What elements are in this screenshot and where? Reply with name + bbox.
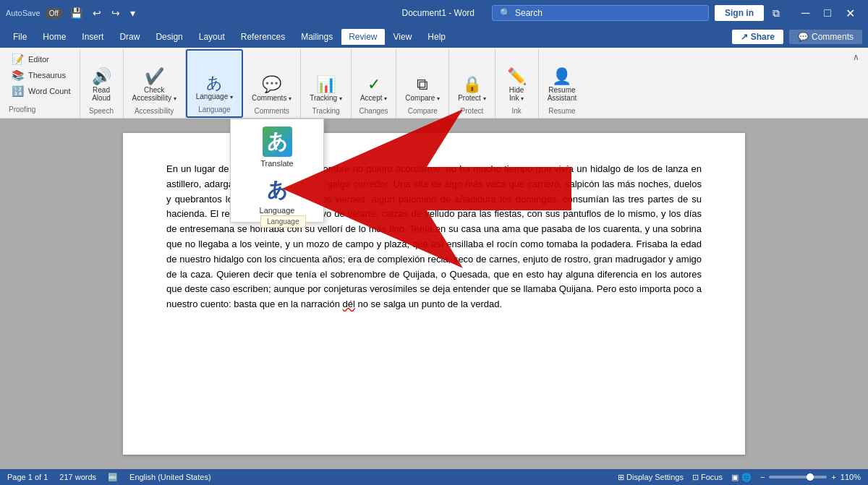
menu-help[interactable]: Help <box>420 29 453 45</box>
window-controls: ─ □ ✕ <box>794 5 862 22</box>
language-item-label: Language <box>260 206 295 215</box>
menu-mailings[interactable]: Mailings <box>294 29 340 45</box>
redo-icon[interactable]: ↪ <box>109 6 123 20</box>
read-aloud-button[interactable]: 🔊 ReadAloud <box>86 66 116 104</box>
proofing-group: 📝 Editor 📚 Thesaurus 🔢 Word Count Proofi… <box>3 49 80 118</box>
menu-draw[interactable]: Draw <box>112 29 147 45</box>
compare-group: ⧉ Compare ▾ Compare <box>396 49 449 118</box>
focus-label: Focus <box>701 473 723 481</box>
comments-group: 💬 Comments ▾ Comments <box>243 49 301 118</box>
status-right: ⊞ Display Settings ⊡ Focus ▣ 🌐 − + 110% <box>618 473 861 482</box>
language-tooltip-text: Language <box>267 218 299 226</box>
tracking-label: Tracking ▾ <box>310 94 342 102</box>
word-count-status[interactable]: 217 words <box>59 473 96 481</box>
editor-button[interactable]: 📝 Editor <box>9 52 74 66</box>
hide-ink-button[interactable]: ✏️ HideInk ▾ <box>501 66 532 104</box>
menu-design[interactable]: Design <box>148 29 190 45</box>
search-box[interactable]: 🔍 Search <box>492 5 709 21</box>
zoom-track <box>769 476 827 478</box>
accept-label: Accept ▾ <box>360 94 387 102</box>
display-settings-icon: ⊞ <box>618 473 624 481</box>
print-view-icon[interactable]: ▣ <box>731 473 739 482</box>
autosave-label: AutoSave <box>6 9 41 17</box>
accept-icon: ✓ <box>367 77 380 93</box>
sign-in-button[interactable]: Sign in <box>715 5 764 21</box>
tracking-button[interactable]: 📊 Tracking ▾ <box>305 74 346 104</box>
share-button[interactable]: ↗ Share <box>732 30 783 44</box>
thesaurus-button[interactable]: 📚 Thesaurus <box>9 68 74 82</box>
focus-status[interactable]: ⊡ Focus <box>692 473 723 482</box>
language-button[interactable]: あ Language ▾ <box>192 73 237 103</box>
editor-label: Editor <box>28 55 49 64</box>
restore-icon[interactable]: ⧉ <box>770 6 783 21</box>
translate-item[interactable]: あ Translate <box>231 122 323 172</box>
proofing-icon-status: 🔤 <box>108 473 118 482</box>
quick-access-icon[interactable]: ▾ <box>127 6 138 20</box>
title-bar-right: Sign in ⧉ ─ □ ✕ <box>715 5 862 22</box>
protect-icon: 🔒 <box>462 77 482 93</box>
comments-ribbon-button[interactable]: 💬 Comments ▾ <box>247 74 296 104</box>
comments-group-label: Comments <box>254 107 289 116</box>
web-view-icon[interactable]: 🌐 <box>741 473 752 482</box>
comments-button[interactable]: 💬 Comments <box>789 30 862 44</box>
zoom-out-button[interactable]: − <box>760 473 765 481</box>
word-count-button[interactable]: 🔢 Word Count <box>9 84 74 98</box>
translate-label: Translate <box>260 159 293 168</box>
resume-group: 👤 ResumeAssistant Resume <box>539 49 586 118</box>
resume-assistant-icon: 👤 <box>552 69 571 85</box>
protect-button[interactable]: 🔒 Protect ▾ <box>454 74 490 104</box>
check-accessibility-button[interactable]: ✔️ CheckAccessibility ▾ <box>128 66 181 104</box>
editor-icon: 📝 <box>12 53 24 65</box>
protect-label: Protect ▾ <box>458 94 485 102</box>
view-icons: ▣ 🌐 <box>731 473 752 482</box>
menu-home[interactable]: Home <box>35 29 73 45</box>
tracking-icon: 📊 <box>316 77 336 93</box>
toggle-off-label: Off <box>49 9 59 17</box>
ribbon: 📝 Editor 📚 Thesaurus 🔢 Word Count Proofi… <box>0 48 868 119</box>
translate-icon: あ <box>263 126 292 157</box>
proofing-label: Proofing <box>9 106 74 115</box>
ink-group-label: Ink <box>511 107 521 116</box>
compare-button[interactable]: ⧉ Compare ▾ <box>401 74 444 104</box>
share-icon: ↗ <box>741 32 748 42</box>
language-item[interactable]: あ Language <box>231 172 323 219</box>
hide-ink-icon: ✏️ <box>507 69 527 85</box>
menu-file[interactable]: File <box>6 29 34 45</box>
language-group: あ Language ▾ Language <box>186 49 243 118</box>
tracking-group: 📊 Tracking ▾ Tracking <box>301 49 352 118</box>
read-aloud-label: ReadAloud <box>92 86 111 102</box>
minimize-button[interactable]: ─ <box>794 5 817 21</box>
read-aloud-icon: 🔊 <box>92 69 111 85</box>
accept-button[interactable]: ✓ Accept ▾ <box>356 74 391 104</box>
thesaurus-icon: 📚 <box>12 69 24 81</box>
menu-references[interactable]: References <box>234 29 292 45</box>
language-item-icon: あ <box>267 176 288 204</box>
menu-review[interactable]: Review <box>341 29 384 45</box>
zoom-in-button[interactable]: + <box>831 473 835 481</box>
language-icon: あ <box>206 75 223 91</box>
page-status[interactable]: Page 1 of 1 <box>7 473 48 481</box>
tracking-group-label: Tracking <box>312 107 340 116</box>
menu-insert[interactable]: Insert <box>75 29 111 45</box>
zoom-slider[interactable]: − + 110% <box>760 473 861 481</box>
accept-group: ✓ Accept ▾ Changes <box>352 49 396 118</box>
comments-ribbon-label: Comments ▾ <box>252 94 292 102</box>
ribbon-collapse-button[interactable]: ∧ <box>847 49 865 65</box>
display-settings-label: Display Settings <box>626 473 684 481</box>
doc-title: Document1 - Word <box>402 8 475 18</box>
accessibility-group: ✔️ CheckAccessibility ▾ Accessibility <box>124 49 186 118</box>
document-area: En un lugar de la Mancha, de cuyo nombre… <box>0 119 868 469</box>
menu-view[interactable]: View <box>386 29 420 45</box>
compare-label: Compare ▾ <box>405 94 440 102</box>
resume-assistant-button[interactable]: 👤 ResumeAssistant <box>543 66 582 104</box>
menu-layout[interactable]: Layout <box>192 29 232 45</box>
close-button[interactable]: ✕ <box>838 5 862 22</box>
maximize-button[interactable]: □ <box>817 5 838 21</box>
autosave-toggle[interactable]: Off <box>45 8 63 19</box>
undo-icon[interactable]: ↩ <box>90 6 104 20</box>
language-status[interactable]: English (United States) <box>129 473 211 481</box>
word-count-label: Word Count <box>28 87 71 95</box>
check-accessibility-icon: ✔️ <box>145 69 164 85</box>
display-settings-status[interactable]: ⊞ Display Settings <box>618 473 684 482</box>
save-icon[interactable]: 💾 <box>67 6 85 20</box>
